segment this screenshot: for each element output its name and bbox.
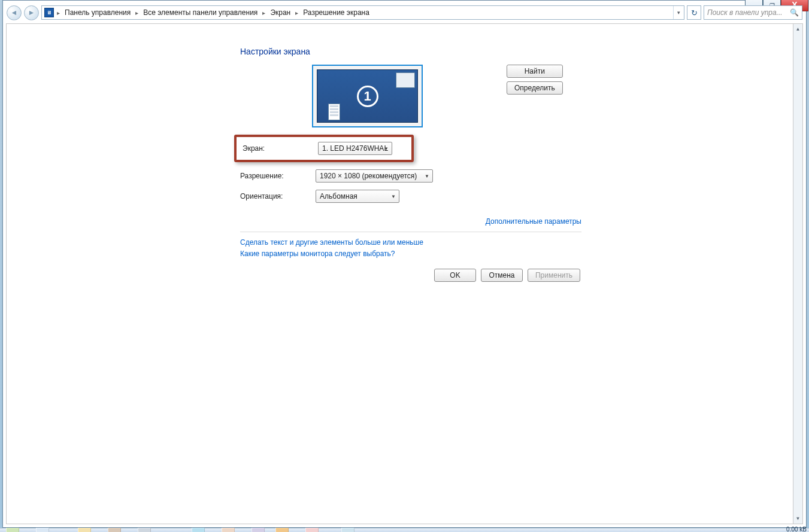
search-icon: 🔍 (790, 8, 799, 17)
breadcrumb-item[interactable]: Экран (266, 6, 295, 19)
chevron-right-icon: ▸ (56, 10, 60, 16)
find-button[interactable]: Найти (507, 65, 563, 78)
orientation-label: Ориентация: (240, 192, 316, 200)
screen-selector-highlight: Экран: 1. LED H2476WHAL ▼ (234, 135, 414, 162)
taskbar-item[interactable] (6, 528, 19, 532)
resolution-label: Разрешение: (240, 172, 316, 180)
page: Настройки экрана 1 Найти Определить Экра… (240, 24, 581, 282)
control-panel-icon: 🖥 (44, 8, 54, 17)
footer-buttons: OK Отмена Применить (7, 269, 580, 282)
screen-select[interactable]: 1. LED H2476WHAL ▼ (318, 142, 392, 155)
scroll-up-icon[interactable]: ▲ (793, 24, 802, 34)
forward-icon: ► (28, 8, 35, 17)
taskbar-item[interactable] (252, 528, 265, 532)
display-action-buttons: Найти Определить (507, 65, 563, 95)
taskbar-item[interactable] (222, 528, 235, 532)
taskbar-item[interactable] (78, 528, 91, 532)
screen-value: 1. LED H2476WHAL (322, 144, 388, 153)
chevron-down-icon: ▼ (425, 174, 429, 179)
chevron-down-icon: ▼ (391, 194, 396, 199)
display-number: 1 (357, 86, 378, 107)
ok-button[interactable]: OK (434, 269, 476, 282)
scroll-down-icon[interactable]: ▼ (793, 513, 802, 524)
vertical-scrollbar[interactable]: ▲ ▼ (793, 23, 803, 524)
advanced-settings-link[interactable]: Дополнительные параметры (486, 217, 581, 226)
display-preview-row: 1 Найти Определить (240, 65, 581, 127)
refresh-icon: ↻ (691, 8, 698, 17)
screen-label: Экран: (243, 144, 318, 153)
monitor-help-link[interactable]: Какие параметры монитора следует выбрать… (240, 250, 395, 258)
orientation-select[interactable]: Альбомная ▼ (316, 190, 399, 203)
separator (240, 232, 581, 232)
resolution-row: Разрешение: 1920 × 1080 (рекомендуется) … (240, 169, 581, 183)
history-dropdown[interactable]: ▾ (673, 6, 684, 19)
content-area: Настройки экрана 1 Найти Определить Экра… (6, 23, 803, 524)
breadcrumb-item[interactable]: Разрешение экрана (299, 6, 374, 19)
apply-button[interactable]: Применить (528, 269, 580, 282)
orientation-value: Альбомная (320, 192, 357, 200)
resolution-select[interactable]: 1920 × 1080 (рекомендуется) ▼ (316, 169, 433, 183)
address-bar-tail: ▾ (673, 6, 684, 19)
advanced-link-row: Дополнительные параметры (240, 217, 581, 226)
orientation-row: Ориентация: Альбомная ▼ (240, 190, 581, 203)
refresh-button[interactable]: ↻ (687, 5, 701, 20)
chevron-right-icon: ▸ (135, 10, 139, 16)
thumb-window-icon (396, 72, 415, 88)
page-title: Настройки экрана (240, 47, 581, 56)
back-icon: ◄ (11, 8, 18, 17)
search-input[interactable]: Поиск в панели упра... 🔍 (704, 5, 802, 20)
chevron-down-icon: ▼ (384, 146, 389, 151)
window: – ❐ X ◄ ► 🖥 ▸ Панель управления ▸ Все эл… (2, 0, 807, 528)
taskbar-item[interactable] (138, 528, 151, 532)
back-button[interactable]: ◄ (7, 5, 22, 20)
address-bar[interactable]: 🖥 ▸ Панель управления ▸ Все элементы пан… (41, 5, 684, 20)
text-size-link[interactable]: Сделать текст и другие элементы больше и… (240, 238, 423, 247)
breadcrumb-item[interactable]: Панель управления (60, 6, 135, 19)
display-1[interactable]: 1 (317, 69, 418, 123)
resolution-value: 1920 × 1080 (рекомендуется) (320, 172, 417, 180)
forward-button[interactable]: ► (24, 5, 39, 20)
breadcrumb-item[interactable]: Все элементы панели управления (139, 6, 262, 19)
chevron-right-icon: ▸ (262, 10, 266, 16)
cancel-button[interactable]: Отмена (481, 269, 523, 282)
help-links: Сделать текст и другие элементы больше и… (240, 238, 581, 258)
identify-button[interactable]: Определить (507, 81, 563, 95)
taskbar-item[interactable] (275, 528, 289, 532)
navbar: ◄ ► 🖥 ▸ Панель управления ▸ Все элементы… (7, 5, 802, 20)
status-text: 0.00 kB (786, 526, 807, 532)
display-preview[interactable]: 1 (312, 65, 423, 127)
taskbar-item[interactable] (305, 528, 319, 532)
search-placeholder: Поиск в панели упра... (707, 8, 783, 17)
taskbar-item[interactable] (192, 528, 205, 532)
taskbar-item[interactable] (36, 528, 49, 532)
taskbar-item[interactable] (341, 528, 354, 532)
taskbar[interactable]: 0.00 kB (0, 528, 809, 532)
chevron-down-icon: ▾ (677, 10, 680, 16)
thumb-window-icon (328, 104, 340, 120)
taskbar-item[interactable] (108, 528, 121, 532)
chevron-right-icon: ▸ (295, 10, 299, 16)
